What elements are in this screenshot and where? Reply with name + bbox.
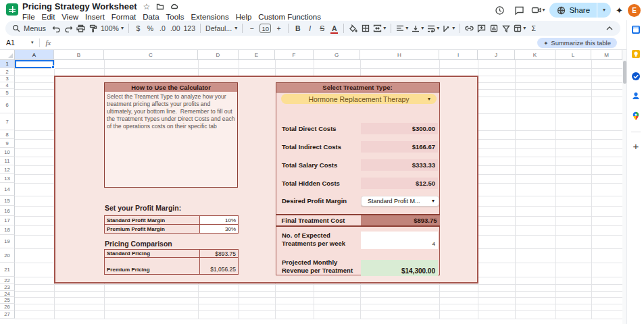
menu-item-help[interactable]: Help <box>232 12 255 22</box>
paint-format-button[interactable] <box>87 22 99 34</box>
horizontal-align-button[interactable]: ▾ <box>395 22 410 34</box>
decrease-decimal-button[interactable]: .0 <box>157 22 168 34</box>
avatar[interactable]: E <box>628 4 641 17</box>
increase-decimal-button[interactable]: .00 <box>169 22 182 34</box>
sheets-logo-icon[interactable] <box>6 3 18 16</box>
menu-item-view[interactable]: View <box>58 12 82 22</box>
menu-item-format[interactable]: Format <box>108 12 139 22</box>
strikethrough-button[interactable]: S <box>316 22 328 34</box>
star-icon[interactable]: ☆ <box>143 3 151 11</box>
table-button[interactable]: ▾ <box>512 22 527 34</box>
text-color-button[interactable]: A <box>328 22 340 34</box>
desired-margin-row: Desired Profit Margin Standard Profit M.… <box>276 196 441 207</box>
merge-cells-button[interactable]: ▾ <box>372 22 387 34</box>
contacts-icon[interactable] <box>631 91 641 101</box>
final-cost-value-cell[interactable]: $893.75 <box>361 215 440 225</box>
margin-value-cell[interactable]: 30% <box>200 225 239 234</box>
calendar-icon[interactable] <box>631 25 641 34</box>
fill-handle[interactable] <box>51 65 55 69</box>
cost-label[interactable]: Total Hidden Costs <box>282 178 340 189</box>
document-title[interactable]: Pricing Strategy Worksheet <box>22 1 137 11</box>
treatment-type-dropdown[interactable]: Hormone Replacement Therapy ▾ <box>281 94 437 104</box>
howto-header-cell[interactable]: How to Use the Calculator <box>104 82 238 92</box>
print-button[interactable] <box>75 22 86 34</box>
text-wrap-button[interactable]: ▾ <box>426 22 441 34</box>
decrease-font-size-button[interactable]: − <box>246 22 257 34</box>
name-box[interactable]: A1 <box>0 38 31 47</box>
maps-icon[interactable] <box>631 111 641 121</box>
cost-value-cell[interactable]: $300.00 <box>361 123 438 134</box>
text-rotation-button[interactable]: ▾ <box>441 22 456 34</box>
cost-value-cell[interactable]: $166.67 <box>361 141 438 153</box>
tasks-icon[interactable] <box>631 72 641 81</box>
menu-item-file[interactable]: File <box>19 12 39 22</box>
redo-button[interactable] <box>63 22 74 34</box>
share-caret-icon[interactable]: ▾ <box>597 7 611 13</box>
filter-button[interactable] <box>500 22 512 34</box>
move-folder-icon[interactable] <box>156 3 164 11</box>
insert-chart-button[interactable] <box>488 22 499 34</box>
gemini-sparkle-icon[interactable]: ✦ <box>616 5 623 16</box>
expected-treatments-row: No. of Expected Treatments per week 4 <box>276 230 441 249</box>
projected-revenue-label[interactable]: Projected Monthly Revenue per Treatment <box>282 259 360 275</box>
italic-button[interactable]: I <box>304 22 316 34</box>
menu-item-data[interactable]: Data <box>139 12 162 22</box>
expected-treatments-label[interactable]: No. of Expected Treatments per week <box>282 232 357 248</box>
comments-icon[interactable] <box>512 3 526 18</box>
format-percent-button[interactable]: % <box>145 22 156 34</box>
keep-icon[interactable] <box>631 49 641 59</box>
margin-label-cell[interactable]: Standard Profit Margin <box>105 216 200 225</box>
menu-item-extensions[interactable]: Extensions <box>187 12 232 22</box>
cost-value-cell[interactable]: $12.50 <box>361 178 438 189</box>
pricing-value-cell[interactable]: $893.75 <box>200 250 239 258</box>
projected-revenue-value-cell[interactable]: $14,300.00 <box>361 260 438 276</box>
menu-item-insert[interactable]: Insert <box>82 12 108 22</box>
vertical-align-button[interactable]: ▾ <box>410 22 425 34</box>
pricing-label-cell[interactable]: Standard Pricing <box>105 250 200 258</box>
bold-button[interactable]: B <box>292 22 303 34</box>
spreadsheet-grid[interactable]: ABCDEFGHIJKLM 12345678910111213141516171… <box>0 50 626 324</box>
share-button[interactable]: Share ▾ <box>549 3 611 18</box>
zoom-select[interactable]: 100%▾ <box>99 22 125 34</box>
howto-body-cell[interactable]: Select the Treament Type to analyze how … <box>104 92 238 188</box>
increase-font-size-button[interactable]: + <box>273 22 284 34</box>
cost-label[interactable]: Total Indirect Costs <box>282 141 341 153</box>
margin-label-cell[interactable]: Premium Profit Margin <box>105 225 200 234</box>
desired-margin-dropdown[interactable]: Standard Profit M... ▾ <box>361 196 439 207</box>
menu-item-tools[interactable]: Tools <box>163 12 188 22</box>
meet-caret-icon[interactable]: ▾ <box>542 7 545 13</box>
more-formats-button[interactable]: 123 <box>182 22 197 34</box>
cost-label[interactable]: Total Direct Costs <box>282 123 337 134</box>
cost-label[interactable]: Total Salary Costs <box>282 159 337 171</box>
insert-comment-button[interactable] <box>476 22 487 34</box>
menu-item-custom-functions[interactable]: Custom Functions <box>255 12 324 22</box>
dropdown-caret-icon: ▾ <box>428 97 430 102</box>
version-history-icon[interactable] <box>492 3 507 18</box>
expected-treatments-input-cell[interactable]: 4 <box>361 232 438 249</box>
cost-value-cell[interactable]: $333.33 <box>361 159 438 171</box>
format-currency-button[interactable]: $ <box>132 22 144 34</box>
desired-margin-label[interactable]: Desired Profit Margin <box>282 196 347 207</box>
meet-video-icon[interactable]: ▾ <box>531 5 545 15</box>
borders-button[interactable] <box>360 22 371 34</box>
undo-button[interactable] <box>51 22 62 34</box>
profit-margin-heading: Set your Profit Margin: <box>105 204 181 212</box>
cloud-status-icon[interactable] <box>170 3 179 11</box>
font-select[interactable]: Defaul...▾ <box>204 22 239 34</box>
menu-item-edit[interactable]: Edit <box>39 12 59 22</box>
hide-menus-button[interactable] <box>603 22 615 34</box>
menus-search-button[interactable]: Menus <box>11 24 50 32</box>
scrollbar-thumb[interactable] <box>623 61 626 84</box>
rail-divider <box>631 132 641 132</box>
margin-value-cell[interactable]: 10% <box>200 216 239 225</box>
get-addons-icon[interactable]: + <box>630 140 641 151</box>
fill-color-button[interactable] <box>347 22 359 34</box>
final-cost-label[interactable]: Final Treatment Cost <box>282 215 345 225</box>
pricing-label-cell[interactable]: Premium Pricing <box>105 258 200 275</box>
functions-button[interactable]: Σ <box>528 22 539 34</box>
font-size-input[interactable]: 10 <box>259 24 271 33</box>
summarize-table-button[interactable]: ✦ Summarize this table <box>537 38 617 48</box>
pricing-value-cell[interactable]: $1,056.25 <box>200 258 239 275</box>
name-box-caret-icon[interactable]: ▾ <box>31 40 34 45</box>
insert-link-button[interactable] <box>464 22 475 34</box>
